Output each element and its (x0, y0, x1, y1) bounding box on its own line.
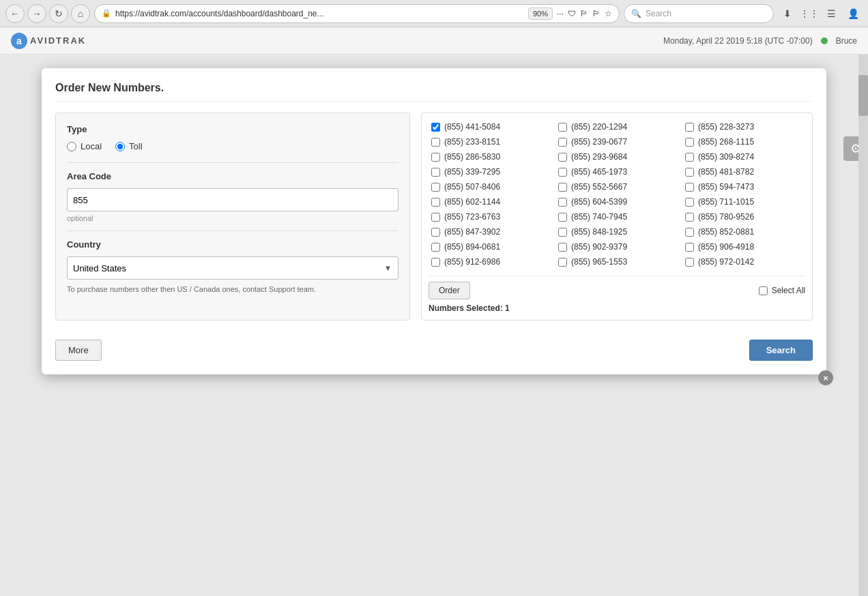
number-checkbox[interactable] (431, 198, 440, 207)
number-item: (855) 602-1144 (429, 195, 551, 209)
menu-dots[interactable]: ··· (557, 9, 564, 18)
number-text: (855) 309-8274 (698, 152, 754, 162)
number-checkbox[interactable] (685, 258, 694, 267)
number-checkbox[interactable] (685, 228, 694, 237)
number-text: (855) 848-1925 (571, 227, 627, 237)
number-checkbox[interactable] (685, 123, 694, 132)
number-checkbox[interactable] (558, 213, 567, 222)
divider-2 (67, 230, 399, 231)
select-all-checkbox[interactable] (759, 286, 768, 295)
search-button[interactable]: Search (749, 340, 813, 361)
number-checkbox[interactable] (431, 168, 440, 177)
number-checkbox[interactable] (558, 168, 567, 177)
number-item: (855) 604-5399 (555, 195, 678, 209)
number-item: (855) 594-7473 (682, 180, 805, 194)
number-text: (855) 441-5084 (444, 122, 500, 132)
left-panel: Type Local Toll Area Code optional (55, 113, 410, 321)
number-checkbox[interactable] (558, 198, 567, 207)
number-checkbox[interactable] (431, 138, 440, 147)
app-header: a AVIDTRAK Monday, April 22 2019 5:18 (U… (0, 27, 868, 55)
number-checkbox[interactable] (431, 153, 440, 162)
number-checkbox[interactable] (685, 243, 694, 252)
number-checkbox[interactable] (685, 138, 694, 147)
flag-icon2: 🏳 (592, 9, 601, 18)
reload-button[interactable]: ↻ (49, 4, 68, 23)
more-button[interactable]: More (55, 340, 102, 361)
number-text: (855) 852-0881 (698, 227, 754, 237)
modal-close-button[interactable]: × (818, 370, 833, 385)
modal-title: Order New Numbers. (55, 82, 813, 102)
numbers-footer: Order Select All (429, 275, 805, 299)
apps-icon[interactable]: ⋮⋮ (800, 4, 819, 23)
local-radio-input[interactable] (67, 142, 76, 151)
modal-dialog: Order New Numbers. Type Local Toll Area (42, 68, 826, 374)
download-icon[interactable]: ⬇ (778, 4, 797, 23)
order-button[interactable]: Order (429, 282, 470, 299)
number-checkbox[interactable] (685, 213, 694, 222)
number-checkbox[interactable] (558, 138, 567, 147)
number-item: (855) 780-9526 (682, 210, 805, 224)
number-checkbox[interactable] (431, 123, 440, 132)
number-checkbox[interactable] (685, 153, 694, 162)
number-item: (855) 233-8151 (429, 135, 551, 149)
number-checkbox[interactable] (431, 243, 440, 252)
zoom-badge: 90% (528, 8, 553, 20)
number-checkbox[interactable] (558, 183, 567, 192)
number-checkbox[interactable] (685, 183, 694, 192)
number-checkbox[interactable] (685, 168, 694, 177)
local-radio-label: Local (81, 141, 102, 151)
number-item: (855) 552-5667 (555, 180, 678, 194)
number-checkbox[interactable] (558, 258, 567, 267)
search-placeholder: Search (646, 9, 671, 18)
right-panel: (855) 441-5084(855) 220-1294(855) 228-32… (421, 113, 813, 321)
number-text: (855) 233-8151 (444, 137, 500, 147)
number-checkbox[interactable] (431, 183, 440, 192)
country-select[interactable]: United States Canada (67, 256, 399, 280)
back-button[interactable]: ← (5, 4, 25, 23)
username: Bruce (836, 36, 857, 46)
number-item: (855) 339-7295 (429, 165, 551, 179)
number-checkbox[interactable] (558, 243, 567, 252)
number-checkbox[interactable] (558, 153, 567, 162)
number-checkbox[interactable] (558, 228, 567, 237)
page-background: ⚙ Order New Numbers. Type Local Toll (0, 55, 868, 596)
number-checkbox[interactable] (685, 198, 694, 207)
header-right: Monday, April 22 2019 5:18 (UTC -07:00) … (663, 36, 857, 46)
radio-local[interactable]: Local (67, 141, 102, 151)
number-item: (855) 268-1115 (682, 135, 805, 149)
number-item: (855) 972-0142 (682, 255, 805, 269)
user-icon[interactable]: 👤 (843, 4, 863, 23)
divider-1 (67, 162, 399, 163)
number-item: (855) 740-7945 (555, 210, 678, 224)
scrollbar-thumb[interactable] (858, 75, 868, 116)
number-item: (855) 309-8274 (682, 150, 805, 164)
forward-button[interactable]: → (27, 4, 46, 23)
number-item: (855) 852-0881 (682, 225, 805, 239)
number-text: (855) 604-5399 (571, 197, 627, 207)
star-icon[interactable]: ☆ (605, 9, 612, 18)
hamburger-icon[interactable]: ☰ (822, 4, 841, 23)
number-item: (855) 239-0677 (555, 135, 678, 149)
number-checkbox[interactable] (431, 258, 440, 267)
modal-footer: More Search (55, 331, 813, 361)
number-checkbox[interactable] (431, 213, 440, 222)
number-text: (855) 602-1144 (444, 197, 500, 207)
radio-toll[interactable]: Toll (115, 141, 143, 151)
number-text: (855) 293-9684 (571, 152, 627, 162)
number-text: (855) 847-3902 (444, 227, 500, 237)
toll-radio-input[interactable] (115, 142, 125, 151)
number-text: (855) 594-7473 (698, 182, 754, 192)
number-item: (855) 711-1015 (682, 195, 805, 209)
browser-search-bar[interactable]: 🔍 Search (624, 4, 774, 23)
area-code-input[interactable] (67, 188, 399, 211)
number-item: (855) 906-4918 (682, 240, 805, 254)
number-checkbox[interactable] (431, 228, 440, 237)
numbers-selected-count: 1 (505, 303, 510, 313)
address-bar[interactable]: 🔒 https://avidtrak.com/accounts/dashboar… (94, 4, 620, 23)
home-button[interactable]: ⌂ (71, 4, 90, 23)
number-text: (855) 780-9526 (698, 212, 754, 222)
numbers-selected: Numbers Selected: 1 (429, 303, 805, 313)
number-text: (855) 902-9379 (571, 242, 627, 252)
number-checkbox[interactable] (558, 123, 567, 132)
number-item: (855) 902-9379 (555, 240, 678, 254)
